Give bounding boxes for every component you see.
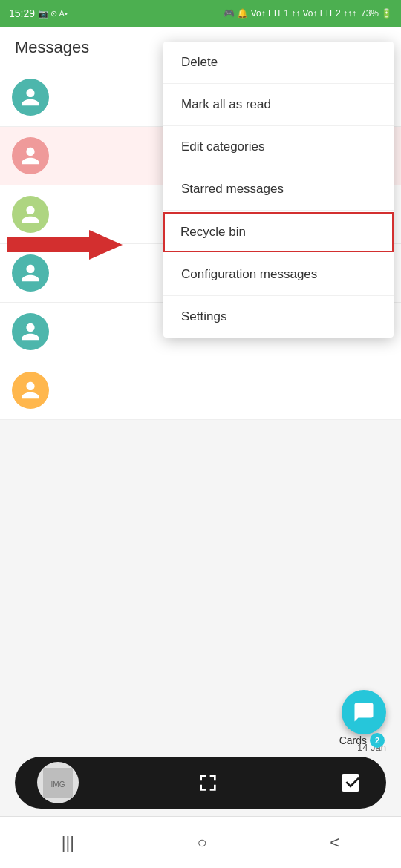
nav-back-icon[interactable]: < [330,833,339,852]
svg-text:IMG: IMG [51,780,65,789]
menu-item-mark-all-read[interactable]: Mark all as read [163,84,394,126]
taskbar-expand-icon[interactable] [195,769,221,796]
menu-item-settings[interactable]: Settings [163,296,394,338]
battery-display: 73% [361,8,379,19]
cards-label: Cards [339,734,367,746]
avatar [12,372,49,409]
bottom-taskbar[interactable]: IMG [15,757,386,809]
menu-item-starred-messages[interactable]: Starred messages [163,168,394,211]
avatar [12,313,49,350]
list-item[interactable] [0,361,401,420]
avatar [12,79,49,116]
dropdown-menu: Delete Mark all as read Edit categories … [163,42,394,338]
navigation-bar: ||| ○ < [0,816,401,868]
status-bar: 15:29 📷 ⊙ A• 🎮 🔔 Vo↑ LTE1 ↑↑ Vo↑ LTE2 ↑↑… [0,0,401,27]
status-left: 15:29 📷 ⊙ A• [9,7,68,19]
status-right: 🎮 🔔 Vo↑ LTE1 ↑↑ Vo↑ LTE2 ↑↑↑ 73% 🔋 [224,8,392,19]
taskbar-thumbnail: IMG [37,762,79,803]
svg-marker-0 [7,230,123,260]
taskbar-add-icon[interactable] [337,769,364,796]
menu-item-delete[interactable]: Delete [163,42,394,84]
cards-count-badge: 2 [370,733,385,748]
battery-icon: 🔋 [381,8,392,19]
cards-section: Cards 2 [339,733,385,748]
time-display: 15:29 [9,7,35,19]
menu-item-recycle-bin[interactable]: Recycle bin [163,212,394,252]
page-title: Messages [15,38,89,57]
status-icons: 📷 ⊙ A• [38,9,68,19]
avatar [12,137,49,174]
menu-item-edit-categories[interactable]: Edit categories [163,126,394,168]
nav-home-icon[interactable]: ○ [198,833,207,852]
fab-button[interactable] [342,690,386,734]
signal-icons: 🎮 🔔 Vo↑ LTE1 ↑↑ Vo↑ LTE2 ↑↑↑ [224,8,356,19]
menu-item-configuration-messages[interactable]: Configuration messages [163,254,394,296]
nav-recent-icon[interactable]: ||| [62,833,74,852]
annotation-arrow [7,226,126,263]
